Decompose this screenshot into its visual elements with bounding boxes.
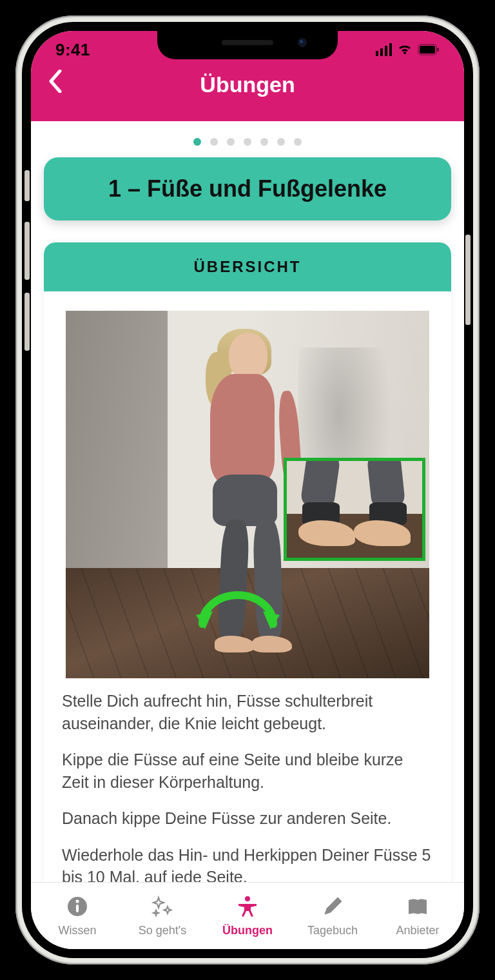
exercise-description: Stelle Dich aufrecht hin, Füsse schulter…	[44, 686, 451, 882]
page-title: Übungen	[200, 72, 295, 97]
page-dot[interactable]	[277, 138, 285, 146]
svg-rect-4	[76, 905, 79, 912]
svg-point-5	[76, 899, 79, 903]
tab-label: Wissen	[58, 924, 96, 937]
status-right	[376, 40, 440, 60]
tab-label: Übungen	[222, 924, 273, 937]
page-dot[interactable]	[227, 138, 235, 146]
info-icon	[66, 895, 89, 921]
book-icon	[406, 895, 429, 921]
wifi-icon	[397, 40, 412, 60]
page-dot[interactable]	[260, 138, 268, 146]
volume-up-button	[24, 222, 30, 280]
page-indicator[interactable]	[44, 138, 451, 146]
svg-rect-1	[420, 46, 435, 54]
page-dot[interactable]	[193, 138, 201, 146]
status-time: 9:41	[55, 40, 90, 60]
tab-bar: WissenSo geht'sÜbungenTagebuchAnbieter	[31, 882, 464, 949]
page-dot[interactable]	[244, 138, 251, 146]
back-button[interactable]	[43, 68, 68, 94]
exercise-title: 1 – Füße und Fußgelenke	[108, 175, 387, 202]
motion-arrow-icon	[189, 579, 286, 637]
pencil-icon	[321, 895, 344, 921]
description-paragraph: Stelle Dich aufrecht hin, Füsse schulter…	[62, 690, 433, 734]
cellular-icon	[376, 43, 392, 56]
sparkle-icon	[151, 895, 174, 921]
battery-icon	[418, 40, 440, 60]
tab-label: Anbieter	[396, 924, 439, 937]
overview-button[interactable]: ÜBERSICHT	[44, 242, 451, 291]
svg-point-6	[245, 896, 250, 901]
body-icon	[236, 895, 259, 921]
tab-wissen[interactable]: Wissen	[31, 883, 120, 949]
overview-label: ÜBERSICHT	[193, 258, 301, 275]
content-scroll[interactable]: 1 – Füße und Fußgelenke ÜBERSICHT	[31, 121, 464, 882]
exercise-title-card: 1 – Füße und Fußgelenke	[44, 157, 451, 220]
tab-label: Tagebuch	[307, 924, 358, 937]
description-paragraph: Danach kippe Deine Füsse zur anderen Sei…	[62, 807, 433, 830]
notch	[157, 31, 338, 59]
phone-frame: 9:41 Übungen	[15, 15, 480, 965]
tab-tagebuch[interactable]: Tagebuch	[290, 883, 375, 949]
mute-switch	[24, 170, 30, 201]
exercise-image	[66, 311, 429, 678]
exercise-card: ÜBERSICHT	[44, 242, 451, 882]
phone-bezel: 9:41 Übungen	[22, 22, 473, 958]
volume-down-button	[24, 293, 30, 351]
description-paragraph: Wiederhole das Hin- und Herkippen Deiner…	[62, 844, 433, 883]
tab-so-geht-s[interactable]: So geht's	[120, 883, 205, 949]
tab--bungen[interactable]: Übungen	[205, 883, 290, 949]
svg-rect-2	[437, 48, 439, 52]
tab-label: So geht's	[139, 924, 187, 937]
tab-anbieter[interactable]: Anbieter	[375, 883, 464, 949]
power-button	[465, 235, 471, 325]
page-dot[interactable]	[210, 138, 218, 146]
page-dot[interactable]	[294, 138, 302, 146]
description-paragraph: Kippe die Füsse auf eine Seite und bleib…	[62, 749, 433, 793]
exercise-image-inset	[284, 458, 425, 561]
screen: 9:41 Übungen	[31, 31, 464, 949]
